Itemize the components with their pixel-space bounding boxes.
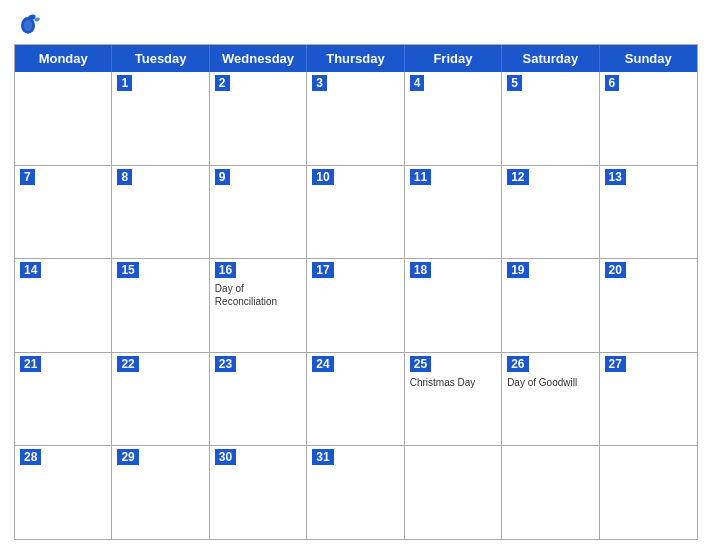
- holiday-label: Day of Reconciliation: [215, 282, 301, 308]
- calendar-cell: 14: [15, 259, 112, 352]
- day-number: 28: [20, 449, 41, 465]
- calendar-cell: 25Christmas Day: [405, 353, 502, 446]
- calendar-grid: MondayTuesdayWednesdayThursdayFridaySatu…: [14, 44, 698, 540]
- weekday-header-thursday: Thursday: [307, 45, 404, 72]
- day-number: 20: [605, 262, 626, 278]
- calendar-cell: 7: [15, 166, 112, 259]
- calendar-week-5: 28293031: [15, 445, 697, 539]
- calendar-cell: 31: [307, 446, 404, 539]
- day-number: 12: [507, 169, 528, 185]
- day-number: 22: [117, 356, 138, 372]
- calendar-week-1: 123456: [15, 72, 697, 165]
- day-number: 10: [312, 169, 333, 185]
- calendar-cell: 10: [307, 166, 404, 259]
- calendar-cell: 22: [112, 353, 209, 446]
- day-number: 8: [117, 169, 132, 185]
- weekday-header-friday: Friday: [405, 45, 502, 72]
- holiday-label: Christmas Day: [410, 376, 496, 389]
- calendar-cell: 24: [307, 353, 404, 446]
- day-number: 26: [507, 356, 528, 372]
- calendar-cell: [405, 446, 502, 539]
- calendar-body: 12345678910111213141516Day of Reconcilia…: [15, 72, 697, 539]
- calendar-header: [14, 10, 698, 38]
- day-number: 21: [20, 356, 41, 372]
- calendar-cell: 2: [210, 72, 307, 165]
- calendar-cell: 20: [600, 259, 697, 352]
- logo-bird-icon: [14, 10, 42, 38]
- day-number: 29: [117, 449, 138, 465]
- day-number: 1: [117, 75, 132, 91]
- day-number: 31: [312, 449, 333, 465]
- day-number: 4: [410, 75, 425, 91]
- calendar-cell: 8: [112, 166, 209, 259]
- calendar-cell: 19: [502, 259, 599, 352]
- day-number: 11: [410, 169, 431, 185]
- svg-point-1: [24, 20, 32, 31]
- calendar-weekday-header: MondayTuesdayWednesdayThursdayFridaySatu…: [15, 45, 697, 72]
- calendar-cell: 16Day of Reconciliation: [210, 259, 307, 352]
- day-number: 7: [20, 169, 35, 185]
- calendar-cell: 12: [502, 166, 599, 259]
- calendar-week-3: 141516Day of Reconciliation17181920: [15, 258, 697, 352]
- calendar-cell: 17: [307, 259, 404, 352]
- day-number: 5: [507, 75, 522, 91]
- day-number: 27: [605, 356, 626, 372]
- day-number: 23: [215, 356, 236, 372]
- day-number: 3: [312, 75, 327, 91]
- calendar-cell: 1: [112, 72, 209, 165]
- calendar-cell: 23: [210, 353, 307, 446]
- calendar-cell: 6: [600, 72, 697, 165]
- day-number: 9: [215, 169, 230, 185]
- day-number: 19: [507, 262, 528, 278]
- day-number: 16: [215, 262, 236, 278]
- page-container: MondayTuesdayWednesdayThursdayFridaySatu…: [0, 0, 712, 550]
- day-number: 17: [312, 262, 333, 278]
- calendar-week-2: 78910111213: [15, 165, 697, 259]
- calendar-cell: 18: [405, 259, 502, 352]
- weekday-header-tuesday: Tuesday: [112, 45, 209, 72]
- calendar-cell: 27: [600, 353, 697, 446]
- day-number: 6: [605, 75, 620, 91]
- weekday-header-wednesday: Wednesday: [210, 45, 307, 72]
- calendar-cell: [502, 446, 599, 539]
- weekday-header-monday: Monday: [15, 45, 112, 72]
- day-number: 30: [215, 449, 236, 465]
- calendar-cell: 21: [15, 353, 112, 446]
- calendar-cell: 29: [112, 446, 209, 539]
- calendar-cell: 30: [210, 446, 307, 539]
- day-number: 13: [605, 169, 626, 185]
- calendar-cell: [600, 446, 697, 539]
- weekday-header-saturday: Saturday: [502, 45, 599, 72]
- calendar-cell: 28: [15, 446, 112, 539]
- calendar-cell: 3: [307, 72, 404, 165]
- day-number: 14: [20, 262, 41, 278]
- calendar-cell: 9: [210, 166, 307, 259]
- calendar-week-4: 2122232425Christmas Day26Day of Goodwill…: [15, 352, 697, 446]
- calendar-cell: 5: [502, 72, 599, 165]
- logo: [14, 10, 46, 38]
- day-number: 24: [312, 356, 333, 372]
- weekday-header-sunday: Sunday: [600, 45, 697, 72]
- calendar-cell: 15: [112, 259, 209, 352]
- day-number: 25: [410, 356, 431, 372]
- calendar-cell: 4: [405, 72, 502, 165]
- holiday-label: Day of Goodwill: [507, 376, 593, 389]
- day-number: 2: [215, 75, 230, 91]
- calendar-cell: 13: [600, 166, 697, 259]
- calendar-cell: 11: [405, 166, 502, 259]
- day-number: 15: [117, 262, 138, 278]
- calendar-cell: 26Day of Goodwill: [502, 353, 599, 446]
- day-number: 18: [410, 262, 431, 278]
- calendar-cell: [15, 72, 112, 165]
